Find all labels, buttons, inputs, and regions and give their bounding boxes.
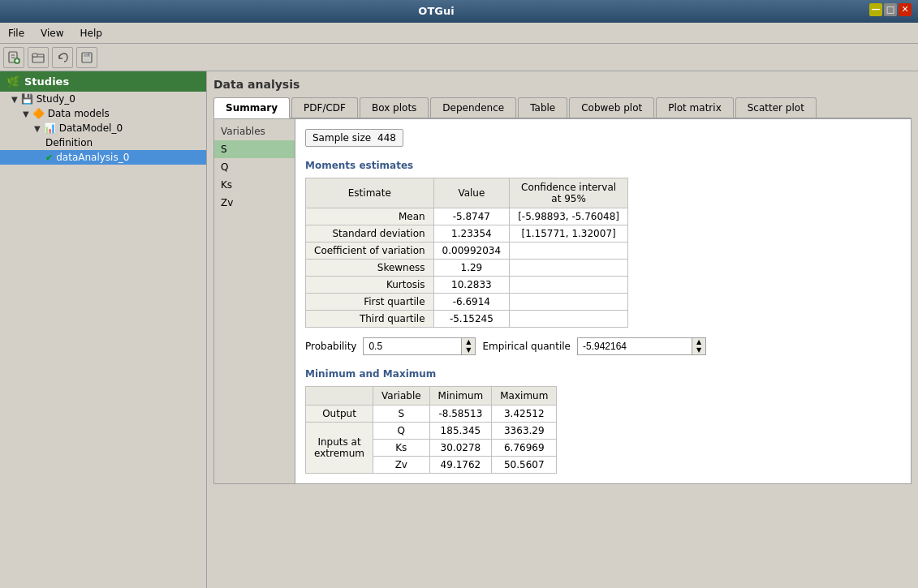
variable-Zv[interactable]: Zv	[214, 194, 295, 212]
storage-icon: 💾	[21, 93, 33, 105]
datamodel0-icon: 📊	[44, 122, 56, 134]
row-std-value: 1.23354	[433, 225, 510, 242]
sidebar-item-dataanalysis0[interactable]: ✔ dataAnalysis_0	[0, 150, 206, 165]
tab-summary[interactable]: Summary	[213, 97, 290, 118]
check-icon: ✔	[45, 152, 53, 163]
table-row: Standard deviation 1.23354 [1.15771, 1.3…	[306, 225, 628, 242]
datamodel0-label: DataModel_0	[59, 122, 123, 134]
tab-pdfcdf[interactable]: PDF/CDF	[291, 97, 358, 118]
row-q3-label: Third quartile	[306, 311, 434, 328]
datamodels-icon: 🔶	[32, 108, 45, 119]
tab-scatterplot[interactable]: Scatter plot	[735, 97, 817, 118]
toolbar	[0, 44, 918, 71]
col-variable: Variable	[373, 387, 430, 406]
sidebar-icon: 🌿	[6, 75, 19, 88]
table-row: Mean -5.8747 [-5.98893, -5.76048]	[306, 208, 628, 225]
svg-rect-10	[84, 58, 89, 62]
row-mean-ci: [-5.98893, -5.76048]	[510, 208, 628, 225]
maximize-button[interactable]: □	[884, 3, 897, 16]
minmax-section: Minimum and Maximum Variable Minimum Max…	[305, 368, 901, 474]
menu-view[interactable]: View	[36, 26, 68, 41]
empirical-quantile-field[interactable]	[578, 338, 692, 354]
sidebar-item-definition[interactable]: Definition	[0, 135, 206, 150]
menubar: File View Help	[0, 23, 918, 44]
probability-input[interactable]: ▲ ▼	[363, 337, 476, 355]
eq-up-arrow[interactable]: ▲	[692, 338, 705, 346]
output-min: -8.58513	[429, 406, 492, 423]
row-kurt-value: 10.2833	[433, 277, 510, 294]
open-button[interactable]	[28, 47, 49, 68]
row-skew-value: 1.29	[433, 260, 510, 277]
minmax-table: Variable Minimum Maximum Output S -8.585…	[305, 386, 557, 474]
row-mean-value: -5.8747	[433, 208, 510, 225]
table-row: Kurtosis 10.2833	[306, 277, 628, 294]
content-area: Data analysis Summary PDF/CDF Box plots …	[207, 71, 918, 588]
empirical-quantile-input[interactable]: ▲ ▼	[577, 337, 706, 355]
tab-boxplots[interactable]: Box plots	[360, 97, 429, 118]
sidebar: 🌿 Studies ▼ 💾 Study_0 ▼ 🔶 Data models ▼ …	[0, 71, 207, 588]
output-var: S	[373, 406, 430, 423]
col-minimum: Minimum	[429, 387, 492, 406]
input-q-max: 3363.29	[492, 423, 557, 440]
input-zv-min: 49.1762	[429, 457, 492, 474]
row-q1-label: First quartile	[306, 294, 434, 311]
titlebar-controls[interactable]: — □ ✕	[869, 3, 912, 16]
input-ks-max: 6.76969	[492, 440, 557, 457]
moments-title: Moments estimates	[305, 160, 901, 171]
svg-rect-7	[32, 54, 37, 57]
prob-up-arrow[interactable]: ▲	[462, 338, 475, 346]
sample-size-label: Sample size	[312, 132, 371, 144]
sidebar-title: Studies	[24, 75, 69, 88]
empirical-quantile-spinner[interactable]: ▲ ▼	[692, 338, 705, 354]
undo-button[interactable]	[52, 47, 73, 68]
sidebar-item-datamodels[interactable]: ▼ 🔶 Data models	[0, 106, 206, 121]
table-row: Third quartile -5.15245	[306, 311, 628, 328]
tree-arrow-study0: ▼	[11, 95, 18, 104]
svg-rect-11	[88, 53, 89, 55]
titlebar: — □ ✕ OTGui	[0, 0, 918, 23]
output-max: 3.42512	[492, 406, 557, 423]
col-estimate: Estimate	[306, 178, 434, 208]
prob-down-arrow[interactable]: ▼	[462, 346, 475, 354]
variable-S[interactable]: S	[214, 140, 295, 158]
tree-arrow-datamodel0: ▼	[34, 124, 41, 133]
row-cv-ci	[510, 242, 628, 260]
input-ks-min: 30.0278	[429, 440, 492, 457]
table-row: Output S -8.58513 3.42512	[306, 406, 557, 423]
minimize-button[interactable]: —	[869, 3, 882, 16]
row-skew-label: Skewness	[306, 260, 434, 277]
row-cv-label: Coefficient of variation	[306, 242, 434, 260]
probability-spinner[interactable]: ▲ ▼	[461, 338, 475, 354]
output-label: Output	[306, 406, 373, 423]
new-button[interactable]	[3, 47, 24, 68]
definition-label: Definition	[45, 137, 93, 148]
sample-size-value: 448	[377, 132, 396, 144]
close-button[interactable]: ✕	[899, 3, 912, 16]
sidebar-item-study0[interactable]: ▼ 💾 Study_0	[0, 92, 206, 106]
table-row: First quartile -6.6914	[306, 294, 628, 311]
input-q-min: 185.345	[429, 423, 492, 440]
tab-table[interactable]: Table	[518, 97, 567, 118]
sidebar-item-datamodel0[interactable]: ▼ 📊 DataModel_0	[0, 121, 206, 135]
tab-cobwebplot[interactable]: Cobweb plot	[569, 97, 654, 118]
input-zv-max: 50.5607	[492, 457, 557, 474]
data-analysis-panel: Data analysis Summary PDF/CDF Box plots …	[213, 78, 912, 484]
empirical-quantile-label: Empirical quantile	[482, 341, 571, 352]
eq-down-arrow[interactable]: ▼	[692, 346, 705, 354]
menu-file[interactable]: File	[3, 26, 29, 41]
row-q1-ci	[510, 294, 628, 311]
dataanalysis0-label: dataAnalysis_0	[56, 152, 129, 163]
menu-help[interactable]: Help	[75, 26, 107, 41]
input-q-var: Q	[373, 423, 430, 440]
tab-plotmatrix[interactable]: Plot matrix	[656, 97, 734, 118]
sample-size-box: Sample size 448	[305, 129, 403, 147]
variable-Q[interactable]: Q	[214, 158, 295, 176]
col-maximum: Maximum	[492, 387, 557, 406]
variables-title: Variables	[214, 122, 295, 140]
datamodels-label: Data models	[48, 108, 110, 119]
save-button[interactable]	[76, 47, 97, 68]
table-row: Inputs atextremum Q 185.345 3363.29	[306, 423, 557, 440]
variable-Ks[interactable]: Ks	[214, 176, 295, 194]
probability-field[interactable]	[364, 338, 461, 354]
tab-dependence[interactable]: Dependence	[430, 97, 516, 118]
